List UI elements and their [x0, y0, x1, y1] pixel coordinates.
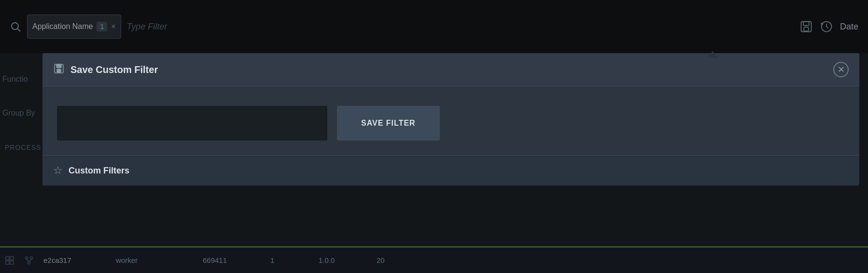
close-icon: ✕	[838, 64, 845, 75]
modal-header-save-icon	[53, 63, 65, 77]
custom-filters-label: Custom Filters	[69, 166, 129, 176]
star-icon: ☆	[53, 164, 63, 177]
modal-body: SAVE FILTER	[42, 86, 859, 155]
filter-name-input[interactable]	[57, 106, 327, 141]
custom-filters-section: ☆ Custom Filters	[42, 155, 859, 186]
save-filter-button[interactable]: SAVE FILTER	[337, 106, 440, 141]
modal-close-button[interactable]: ✕	[833, 62, 849, 77]
modal-header: Save Custom Filter ✕	[42, 53, 859, 86]
svg-rect-16	[56, 64, 61, 68]
save-custom-filter-modal: Save Custom Filter ✕ SAVE FILTER ☆ Custo…	[42, 53, 859, 186]
svg-rect-17	[57, 69, 61, 72]
dropdown-arrow	[707, 51, 718, 58]
modal-title: Save Custom Filter	[70, 64, 827, 75]
